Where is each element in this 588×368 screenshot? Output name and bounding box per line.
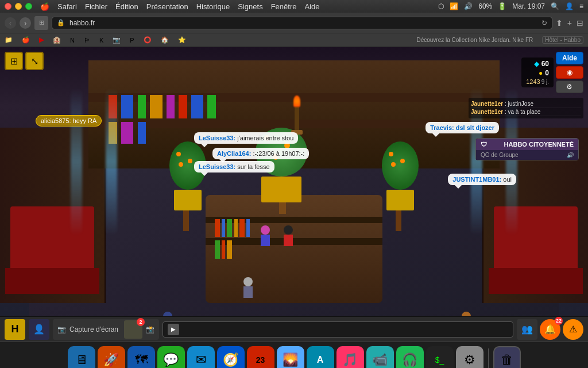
menu-safari[interactable]: Safari [57,2,77,11]
camera-icon: 📸 [146,325,154,334]
dock-launchpad[interactable]: 🚀 [98,346,125,369]
pillar-left-2 [71,87,82,235]
avatar-btn[interactable]: 👤 [29,319,49,340]
sidebar-icon[interactable]: ⊟ [577,18,583,28]
menu-bar[interactable]: 🍎 Safari Fichier Édition Présentation Hi… [40,2,319,11]
minimize-btn[interactable] [15,3,22,10]
page-title-display: Hôtel - Habbo [542,36,583,44]
notification-badge: 22 [555,317,563,325]
aide-button[interactable]: Aide [556,52,583,64]
url-text[interactable]: habbo.fr [69,19,95,27]
spotify-icon: 🎧 [402,352,417,367]
finder-icon: 🖥 [75,352,88,367]
ad-banner[interactable]: Découvrez la Collection Nike Jordan. Nik… [416,37,533,43]
url-bar[interactable]: 🔒 habbo.fr ↻ [52,17,552,29]
rec-button[interactable]: ◉ [556,66,583,79]
dock-separator [488,348,489,369]
maps-icon: 🗺 [135,352,148,367]
system-status: ⬡ 📶 🔊 60% 🔋 Mar. 19:07 🔍 👤 ≡ [438,2,583,10]
screenshot-icon: 📷 [57,325,66,334]
mail-icon: ✉ [196,352,206,367]
menu-edition[interactable]: Édition [115,2,138,11]
forward-button[interactable]: › [20,17,31,29]
char-blue-left [161,312,175,316]
close-btn[interactable] [5,3,11,10]
browser-toolbar: ‹ › ⊞ 🔒 habbo.fr ↻ ⬆ + ⊟ [0,13,588,33]
dock-music[interactable]: 🎵 [336,346,364,369]
favicon-habbo: 🏨 [53,36,61,44]
screenshot-label: Capture d'écran [69,325,118,334]
maximize-btn[interactable] [25,3,32,10]
dock-mail[interactable]: ✉ [187,346,215,369]
settings-button[interactable]: ⚙ [556,80,583,93]
menu-presentation[interactable]: Présentation [146,2,188,11]
torch [288,95,305,130]
menu-apple[interactable]: 🍎 [40,2,49,11]
screenshot-thumb[interactable]: 2 [124,320,142,339]
char-right [459,312,473,316]
search-icon[interactable]: 🔍 [551,2,559,10]
char-purple [258,225,272,248]
screenshot-area[interactable]: 📷 Capture d'écran 2 📸 [53,319,159,340]
bookmarks-folder[interactable]: 📁 [5,36,13,44]
game-area: ⊞ ⤡ alicia5875: heyy RA Traevis: dsl slt… [0,47,588,316]
menu-icon[interactable]: ≡ [579,2,583,10]
pillar-left-1 [106,87,117,235]
menu-historique[interactable]: Historique [196,2,230,11]
titlebar: 🍎 Safari Fichier Édition Présentation Hi… [0,0,588,13]
dock-trash[interactable]: 🗑 [493,346,521,369]
launchpad-icon: 🚀 [103,352,119,367]
warning-btn[interactable]: ⚠ [563,319,583,340]
dock-finder[interactable]: 🖥 [68,346,95,369]
photo-badge: 2 [137,318,145,326]
dock-photos[interactable]: 🌄 [277,346,304,369]
back-button[interactable]: ‹ [5,17,16,29]
terminal-icon: $_ [435,355,444,365]
left-tree [165,141,211,210]
battery-icon: 🔋 [498,2,506,10]
notification-btn[interactable]: 🔔 22 [540,319,560,340]
menu-signets[interactable]: Signets [238,2,262,11]
dock-calendar[interactable]: 23 [247,346,274,369]
warning-icon: ⚠ [569,324,577,335]
room-background [0,47,588,316]
favicon-k: K [99,37,103,44]
notification-icon: 🔔 [544,324,556,335]
menu-fenetre[interactable]: Fenêtre [271,2,297,11]
menu-fichier[interactable]: Fichier [85,2,107,11]
window-controls[interactable] [5,3,32,10]
dock-facetime[interactable]: 📹 [366,346,394,369]
favicon-star: ⭐ [178,36,186,44]
tabs-button[interactable]: ⊞ [34,16,48,30]
habbo-logo[interactable]: H [5,319,25,340]
chat-nav-btn[interactable]: ▶ [168,324,179,335]
bottom-game-bar: H 👤 📷 Capture d'écran 2 📸 ▶ 👥 🔔 22 ⚠ [0,316,588,342]
zoom-btn[interactable]: ⤡ [25,52,44,70]
addtab-icon[interactable]: + [567,18,572,28]
battery-level: 60% [478,2,492,10]
dock-safari[interactable]: 🧭 [217,346,245,369]
dock-spotify[interactable]: 🎧 [396,346,424,369]
friends-icon: 👥 [521,324,533,335]
dock-maps[interactable]: 🗺 [127,346,155,369]
menu-aide[interactable]: Aide [304,2,319,11]
share-icon[interactable]: ⬆ [556,18,563,28]
chat-input-area[interactable]: ▶ [163,321,513,338]
friends-btn[interactable]: 👥 [517,319,537,340]
chat-input[interactable] [179,325,508,334]
dock-sysprefs[interactable]: ⚙ [456,346,483,369]
dock-terminal[interactable]: $_ [426,346,454,369]
navigate-room-btn[interactable]: ⊞ [5,52,23,70]
account-icon[interactable]: 👤 [565,2,574,10]
favicon-circle: ⭕ [144,36,152,44]
wifi-icon: 📶 [450,2,458,10]
dock-appstore[interactable]: A [307,346,334,369]
center-tree [253,128,310,202]
action-buttons[interactable]: Aide ◉ ⚙ [556,52,583,93]
favicon-youtube: ▶ [39,36,44,44]
lock-icon: 🔒 [57,19,65,26]
pillar-right-1 [471,87,482,235]
favicon-insta: 📷 [113,36,121,44]
reload-icon[interactable]: ↻ [541,19,547,27]
dock-messages[interactable]: 💬 [157,346,185,369]
